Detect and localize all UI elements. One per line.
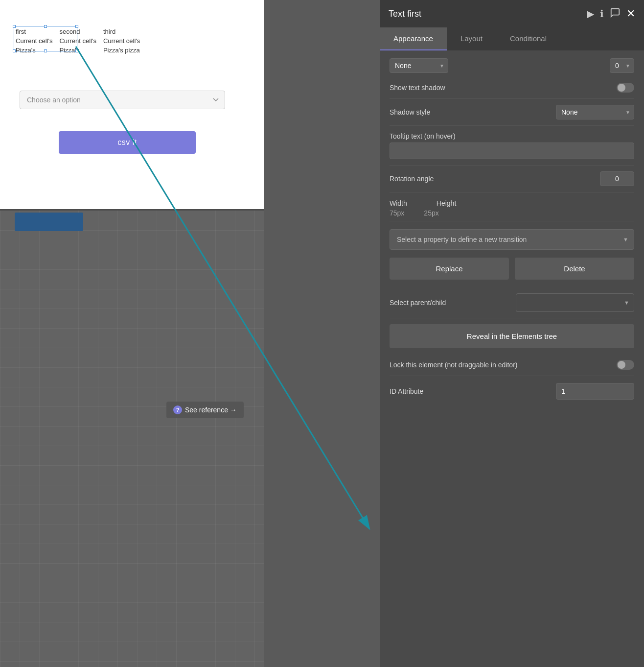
id-attribute-row: ID Attribute <box>390 376 634 406</box>
appearance-select-wrapper[interactable]: None <box>390 58 448 73</box>
table-col-3: third <box>102 27 146 36</box>
rotation-angle-label: Rotation angle <box>390 175 600 183</box>
preview-dropdown[interactable]: Choose an option <box>20 91 225 109</box>
panel-title: Text first <box>389 9 421 19</box>
num-select[interactable]: 0 <box>610 58 634 73</box>
shadow-style-select[interactable]: None <box>556 105 634 119</box>
panel-tabs: Appearance Layout Conditional <box>380 27 644 50</box>
canvas-grid <box>0 211 264 667</box>
replace-button[interactable]: Replace <box>390 258 509 280</box>
shadow-style-select-wrapper[interactable]: None <box>556 105 634 119</box>
num-select-wrapper[interactable]: 0 <box>610 58 634 73</box>
tab-appearance[interactable]: Appearance <box>380 27 447 50</box>
show-text-shadow-row: Show text shadow <box>390 77 634 99</box>
width-height-section: Width Height 75px 25px <box>390 192 634 221</box>
tooltip-text-row: Tooltip text (on hover) <box>390 126 634 166</box>
panel-header: Text first ▶ ℹ ✕ <box>380 0 644 27</box>
table-col-1: first <box>16 28 26 35</box>
parent-child-select[interactable] <box>516 293 634 312</box>
choose-option-select[interactable]: Choose an option <box>20 91 225 109</box>
id-attribute-input[interactable] <box>556 383 634 400</box>
right-panel: Text first ▶ ℹ ✕ Appearance Layout Condi… <box>380 0 644 667</box>
appearance-row: None 0 <box>390 50 634 77</box>
action-buttons: Replace Delete <box>390 258 634 280</box>
panel-icons: ▶ ℹ ✕ <box>587 7 635 21</box>
see-reference-tooltip[interactable]: ? See reference → <box>166 402 244 418</box>
delete-button[interactable]: Delete <box>515 258 634 280</box>
first-cell[interactable]: first <box>16 28 26 35</box>
table-row1-col2: Current cell's <box>58 36 102 46</box>
table-row1-col1: Current cell's <box>15 36 58 46</box>
preview-card: first second third <box>0 0 264 211</box>
table-row2-col1: Pizza's <box>15 46 58 55</box>
width-label: Width <box>390 199 407 207</box>
shadow-style-label: Shadow style <box>390 108 556 116</box>
shadow-style-row: Shadow style None <box>390 99 634 126</box>
table-row1-col3: Current cell's <box>102 36 146 46</box>
table-row2-col2: Pizza's <box>58 46 102 55</box>
parent-child-row: Select parent/child <box>390 287 634 318</box>
transition-select-wrapper[interactable]: Select a property to define a new transi… <box>390 229 634 250</box>
csv-button[interactable]: csv it <box>59 131 196 154</box>
tooltip-text-label: Tooltip text (on hover) <box>390 132 456 140</box>
question-mark: ? <box>176 407 180 413</box>
width-value: 75px <box>390 209 404 217</box>
lock-element-toggle[interactable] <box>617 360 634 370</box>
panel-content: None 0 Show text shadow Shadow style Non… <box>380 50 644 406</box>
table-row2-col3: Pizza's pizza <box>102 46 146 55</box>
show-text-shadow-toggle[interactable] <box>617 83 634 93</box>
lock-element-label: Lock this element (not draggable in edit… <box>390 361 617 369</box>
rotation-angle-row: Rotation angle <box>390 166 634 192</box>
comment-icon[interactable] <box>610 7 621 21</box>
rotation-angle-input[interactable] <box>600 171 634 186</box>
parent-child-label: Select parent/child <box>390 299 508 307</box>
canvas-area: first second third <box>0 0 264 667</box>
see-reference-label: See reference → <box>185 406 237 414</box>
tab-conditional[interactable]: Conditional <box>496 27 560 50</box>
show-text-shadow-label: Show text shadow <box>390 84 617 92</box>
height-value: 25px <box>424 209 438 217</box>
id-attribute-label: ID Attribute <box>390 387 556 395</box>
handle-tm[interactable] <box>44 25 47 28</box>
question-badge: ? <box>173 405 182 414</box>
info-icon[interactable]: ℹ <box>600 8 604 20</box>
tooltip-text-input[interactable] <box>390 143 634 159</box>
parent-select-wrapper[interactable] <box>516 293 634 312</box>
play-icon[interactable]: ▶ <box>587 8 594 20</box>
dark-action-button[interactable] <box>15 213 83 231</box>
close-icon[interactable]: ✕ <box>626 7 635 20</box>
preview-table: first second third <box>15 27 220 55</box>
reveal-button[interactable]: Reveal in the Elements tree <box>390 324 634 348</box>
table-col-2: second <box>58 27 102 36</box>
lock-element-row: Lock this element (not draggable in edit… <box>390 354 634 376</box>
tab-layout[interactable]: Layout <box>447 27 496 50</box>
height-label: Height <box>437 199 456 207</box>
appearance-select[interactable]: None <box>390 58 448 73</box>
transition-select[interactable]: Select a property to define a new transi… <box>390 229 634 250</box>
